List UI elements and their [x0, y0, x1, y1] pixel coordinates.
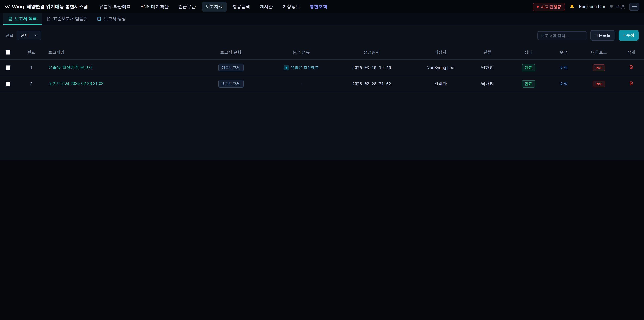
- jurisdiction-select[interactable]: 전체: [17, 31, 41, 40]
- report-list-icon: [8, 17, 12, 21]
- chevron-down-icon: [34, 34, 38, 37]
- tab-label: 보고서 생성: [104, 16, 126, 22]
- header-select-all: [0, 45, 16, 60]
- tab-label: 보고서 목록: [15, 16, 37, 22]
- nav-item-weather-info[interactable]: 기상정보: [279, 2, 304, 12]
- nav-item-board[interactable]: 게시판: [256, 2, 276, 12]
- hamburger-menu-button[interactable]: [629, 3, 639, 11]
- brand[interactable]: Wing 해양환경 위기대응 통합시스템: [5, 4, 88, 10]
- main-nav: 유출유 확산예측 HNS·대기확산 긴급구난 보고자료 항공탐색 게시판 기상정…: [95, 2, 331, 12]
- nav-item-hns-air-diffusion[interactable]: HNS·대기확산: [137, 2, 172, 12]
- table-row: 1 유출유 확산예측 보고서 예측보고서 유출유 확산예측 2026-03-10…: [0, 60, 644, 76]
- top-bar: Wing 해양환경 위기대응 통합시스템 유출유 확산예측 HNS·대기확산 긴…: [0, 0, 644, 14]
- report-name-link[interactable]: 유출유 확산예측 보고서: [48, 65, 92, 70]
- status-badge: 완료: [522, 80, 535, 87]
- column-header-edit: 수정: [548, 45, 580, 60]
- trash-icon: [629, 65, 634, 70]
- author: 관리자: [415, 76, 466, 92]
- logo-text: Wing: [12, 4, 24, 10]
- report-name-link[interactable]: 초기보고서 2026-02-28 21:02: [48, 81, 104, 86]
- file-plus-icon: [97, 17, 102, 21]
- column-header-created: 생성일시: [328, 45, 415, 60]
- column-header-name: 보고서명: [46, 45, 187, 60]
- column-header-download: 다운로드: [580, 45, 618, 60]
- column-header-jurisdiction: 관할: [466, 45, 509, 60]
- column-header-type: 보고서 유형: [187, 45, 274, 60]
- report-type-badge: 예측보고서: [218, 64, 243, 72]
- tab-label: 표준보고서 템플릿: [53, 16, 88, 22]
- row-number: 1: [16, 60, 46, 76]
- incident-badge-label: 사고 진행중: [541, 4, 561, 9]
- logo-icon: [5, 4, 10, 9]
- jurisdiction: 남해청: [466, 76, 509, 92]
- tab-report-list[interactable]: 보고서 목록: [3, 14, 42, 25]
- logout-button[interactable]: 로그아웃: [610, 4, 625, 9]
- column-header-author: 작성자: [415, 45, 466, 60]
- oil-droplet-icon: [284, 65, 289, 70]
- trash-icon: [629, 81, 634, 86]
- select-all-checkbox[interactable]: [6, 50, 10, 55]
- user-name: Eunjeong Kim: [579, 4, 605, 9]
- created-at: 2026-03-10 15:40: [328, 60, 415, 76]
- jurisdiction: 남해청: [466, 60, 509, 76]
- analysis-type: 유출유 확산예측: [284, 65, 319, 70]
- table-row: 2 초기보고서 2026-02-28 21:02 초기보고서 - 2026-02…: [0, 76, 644, 92]
- app-title: 해양환경 위기대응 통합시스템: [26, 4, 88, 10]
- row-checkbox[interactable]: [6, 82, 10, 86]
- analysis-type-empty: -: [300, 81, 302, 86]
- tab-standard-template[interactable]: 표준보고서 템플릿: [42, 14, 92, 25]
- jurisdiction-select-value: 전체: [20, 33, 28, 38]
- template-file-icon: [46, 17, 51, 21]
- nav-item-reports[interactable]: 보고자료: [202, 2, 226, 12]
- table-header-row: 번호 보고서명 보고서 유형 분석 종류 생성일시 작성자 관할 상태 수정 다…: [0, 45, 644, 60]
- report-table: 번호 보고서명 보고서 유형 분석 종류 생성일시 작성자 관할 상태 수정 다…: [0, 45, 644, 92]
- nav-item-oil-spill-prediction[interactable]: 유출유 확산예측: [95, 2, 134, 12]
- delete-button[interactable]: [628, 80, 634, 87]
- topbar-right: 사고 진행중 Eunjeong Kim 로그아웃: [533, 3, 639, 11]
- created-at: 2026-02-28 21:02: [328, 76, 415, 92]
- jurisdiction-filter-label: 관할: [5, 33, 14, 38]
- edit-link[interactable]: 수정: [560, 81, 568, 86]
- delete-button[interactable]: [628, 64, 634, 71]
- incident-status-badge[interactable]: 사고 진행중: [533, 3, 565, 11]
- nav-item-emergency-rescue[interactable]: 긴급구난: [174, 2, 200, 12]
- nav-item-aerial-search[interactable]: 항공탐색: [229, 2, 254, 12]
- report-search-input[interactable]: [537, 31, 587, 40]
- row-number: 2: [16, 76, 46, 92]
- incident-dot-icon: [537, 6, 539, 8]
- analysis-type-label: 유출유 확산예측: [291, 65, 319, 70]
- column-header-delete: 삭제: [618, 45, 644, 60]
- download-button[interactable]: 다운로드: [590, 30, 615, 41]
- tab-bar: 보고서 목록 표준보고서 템플릿 보고서 생성: [0, 14, 644, 25]
- author: NanKyung Lee: [415, 60, 466, 76]
- column-header-status: 상태: [509, 45, 548, 60]
- nav-item-integrated-search[interactable]: 통합조회: [306, 2, 331, 12]
- pdf-download-button[interactable]: PDF: [593, 80, 605, 87]
- column-header-no: 번호: [16, 45, 46, 60]
- notification-bell-icon[interactable]: [569, 4, 574, 10]
- tab-report-create[interactable]: 보고서 생성: [92, 14, 131, 25]
- pdf-download-button[interactable]: PDF: [593, 64, 605, 71]
- report-type-badge: 초기보고서: [218, 80, 243, 88]
- row-checkbox[interactable]: [6, 66, 10, 70]
- app-root: Wing 해양환경 위기대응 통합시스템 유출유 확산예측 HNS·대기확산 긴…: [0, 0, 644, 160]
- edit-link[interactable]: 수정: [560, 65, 568, 70]
- toolbar: 관할 전체 다운로드 + 수정: [0, 25, 644, 44]
- status-badge: 완료: [522, 64, 535, 71]
- add-edit-button[interactable]: + 수정: [618, 30, 639, 41]
- column-header-analysis: 분석 종류: [274, 45, 328, 60]
